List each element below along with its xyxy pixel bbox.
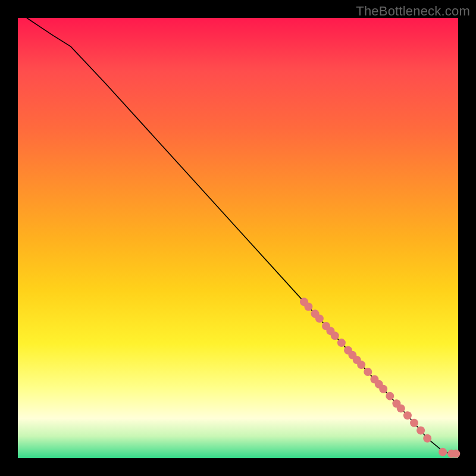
data-point xyxy=(331,331,339,340)
data-point xyxy=(439,448,447,456)
data-point xyxy=(379,385,387,393)
chart-frame: TheBottleneck.com xyxy=(0,0,476,476)
plot-area xyxy=(18,18,458,458)
data-point xyxy=(304,302,312,311)
watermark-text: TheBottleneck.com xyxy=(356,4,470,19)
data-point xyxy=(386,392,394,400)
data-point xyxy=(403,411,412,419)
data-point xyxy=(423,434,431,443)
chart-overlay-svg xyxy=(18,18,458,458)
data-point xyxy=(452,450,460,458)
bottleneck-curve xyxy=(27,18,458,454)
data-point xyxy=(397,404,405,412)
data-point xyxy=(364,368,372,376)
data-point xyxy=(410,419,418,427)
data-point xyxy=(315,314,324,322)
data-point xyxy=(357,361,365,369)
scatter-points xyxy=(300,298,460,458)
data-point xyxy=(337,339,346,347)
data-point xyxy=(416,426,425,434)
